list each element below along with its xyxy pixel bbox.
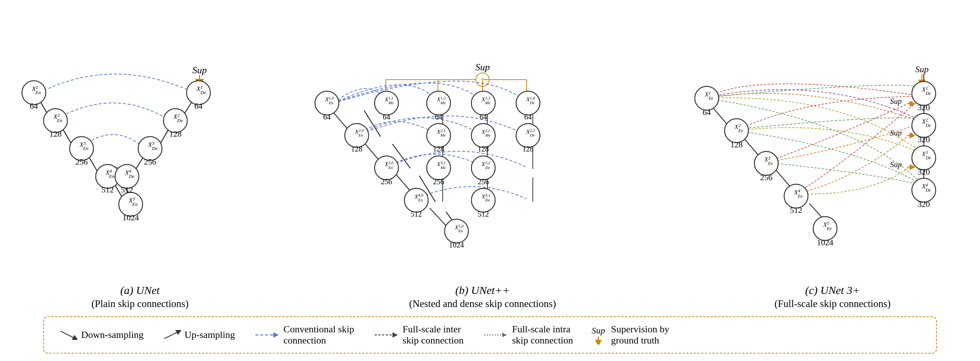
svg-text:X: X — [355, 129, 359, 135]
sup-label-legend: Sup — [592, 326, 605, 336]
svg-text:1: 1 — [926, 86, 928, 91]
svg-text:4: 4 — [926, 182, 928, 188]
svg-point-117 — [427, 124, 450, 147]
svg-point-97 — [427, 91, 450, 115]
svg-point-102 — [471, 91, 495, 115]
svg-text:X: X — [454, 224, 458, 231]
svg-text:De: De — [925, 188, 931, 193]
svg-text:1,0: 1,0 — [329, 95, 334, 100]
svg-point-203 — [912, 81, 936, 105]
svg-text:Me: Me — [440, 133, 446, 137]
svg-text:De: De — [925, 155, 931, 161]
svg-text:Me: Me — [440, 100, 446, 105]
svg-text:4: 4 — [129, 168, 131, 174]
unet3plus-section: Sup Sup Sup Sup — [676, 63, 980, 310]
svg-text:En: En — [388, 165, 393, 170]
svg-text:1024: 1024 — [817, 238, 833, 247]
svg-text:1,4: 1,4 — [530, 95, 535, 100]
svg-text:2: 2 — [57, 112, 60, 118]
svg-text:512: 512 — [102, 185, 114, 194]
svg-text:X: X — [481, 129, 485, 135]
svg-text:320: 320 — [918, 167, 930, 177]
svg-point-157 — [445, 219, 468, 243]
down-sampling-icon — [59, 329, 78, 340]
svg-text:X: X — [148, 141, 152, 148]
svg-text:Me: Me — [485, 133, 490, 137]
svg-text:512: 512 — [121, 185, 133, 194]
svg-text:1,3: 1,3 — [485, 95, 490, 100]
legend-supervision: Sup Supervision byground truth — [592, 324, 670, 346]
svg-text:4: 4 — [798, 188, 800, 194]
svg-text:Ee: Ee — [797, 194, 803, 199]
legend-conventional-skip: Conventional skipconnection — [254, 324, 354, 346]
svg-text:De: De — [177, 118, 183, 123]
supervision-arrow-icon — [595, 336, 602, 345]
svg-text:En: En — [83, 146, 88, 151]
svg-text:X: X — [384, 96, 388, 102]
svg-text:En: En — [132, 201, 137, 207]
svg-text:X: X — [196, 85, 201, 92]
svg-text:5: 5 — [827, 221, 829, 226]
unet-svg-container: Sup — [0, 63, 289, 280]
svg-text:X: X — [325, 96, 329, 102]
svg-text:512: 512 — [790, 205, 802, 215]
unet-svg: Sup — [0, 63, 289, 279]
svg-text:3,0: 3,0 — [388, 161, 394, 165]
svg-point-193 — [784, 184, 808, 208]
svg-text:X: X — [481, 194, 485, 199]
svg-text:En: En — [35, 90, 41, 95]
svg-text:Ee: Ee — [768, 161, 773, 166]
svg-point-208 — [912, 113, 936, 137]
legend-fullscale-intra: Full-scale intraskip connection — [482, 324, 573, 346]
svg-text:X: X — [436, 129, 441, 135]
unetpp-section: Sup + — [296, 63, 669, 310]
svg-point-188 — [754, 151, 778, 175]
unet-sublabel: (Plain skip connections) — [92, 298, 189, 310]
svg-text:128: 128 — [169, 129, 182, 138]
svg-text:4: 4 — [110, 168, 112, 174]
svg-text:Sup: Sup — [890, 97, 902, 106]
svg-point-87 — [315, 91, 339, 115]
svg-text:Me: Me — [485, 100, 490, 105]
svg-point-137 — [427, 156, 450, 180]
svg-point-152 — [471, 188, 495, 212]
svg-point-122 — [471, 124, 495, 147]
svg-text:64: 64 — [30, 101, 38, 111]
svg-text:X: X — [526, 96, 530, 102]
legend-down-sampling: Down-sampling — [59, 329, 144, 340]
svg-text:Sup: Sup — [915, 64, 929, 74]
svg-text:1024: 1024 — [449, 241, 464, 249]
unetpp-sublabel: (Nested and dense skip connections) — [409, 298, 556, 310]
svg-text:De: De — [151, 146, 158, 151]
svg-text:1024: 1024 — [123, 213, 139, 222]
svg-text:De: De — [925, 123, 931, 128]
svg-line-224 — [164, 331, 179, 339]
svg-text:3: 3 — [83, 140, 86, 146]
svg-text:64: 64 — [703, 108, 711, 117]
svg-text:Ee: Ee — [738, 128, 743, 133]
svg-text:X: X — [173, 113, 178, 120]
svg-text:256: 256 — [76, 157, 88, 166]
svg-text:128: 128 — [522, 145, 534, 153]
svg-text:64: 64 — [480, 113, 487, 121]
unet3plus-svg-container: Sup Sup Sup Sup — [676, 63, 980, 280]
svg-text:64: 64 — [194, 101, 202, 111]
svg-text:De: De — [485, 165, 490, 170]
fullscale-inter-label: Full-scale interskip connection — [402, 324, 464, 346]
unet-section: Sup — [0, 63, 289, 310]
svg-text:2: 2 — [926, 118, 928, 123]
svg-text:En: En — [458, 229, 463, 233]
svg-text:Me: Me — [388, 100, 394, 105]
svg-text:Ee: Ee — [708, 95, 713, 101]
svg-text:256: 256 — [144, 157, 156, 166]
svg-text:320: 320 — [918, 135, 930, 144]
svg-text:4,0: 4,0 — [418, 193, 423, 197]
svg-text:4,1: 4,1 — [485, 193, 490, 197]
svg-text:512: 512 — [411, 210, 422, 218]
svg-text:X: X — [384, 161, 388, 167]
svg-text:128: 128 — [433, 145, 444, 153]
svg-text:De: De — [200, 90, 206, 95]
svg-text:De: De — [530, 133, 535, 137]
svg-text:X: X — [481, 161, 485, 167]
svg-text:X: X — [526, 129, 530, 135]
